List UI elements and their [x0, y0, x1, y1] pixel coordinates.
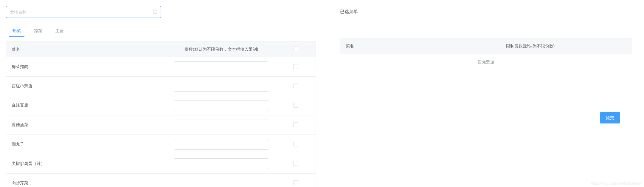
row-checkbox[interactable] [293, 161, 298, 166]
row-checkbox[interactable] [293, 180, 298, 185]
dish-name-cell: 溜丸子 [6, 135, 167, 154]
search-input[interactable] [6, 6, 161, 18]
tab-hot-dish[interactable]: 热菜 [6, 25, 27, 37]
table-row: 西红柿鸡蛋 [6, 77, 316, 96]
row-checkbox[interactable] [293, 142, 298, 146]
quantity-input[interactable] [174, 158, 269, 169]
quantity-input[interactable] [174, 100, 269, 111]
dish-table: 菜名 份数(默认为不限份数，文本框输入限制) 梅菜扣肉 西红柿鸡蛋 麻辣豆腐 [6, 41, 316, 187]
header-select-all [275, 42, 316, 57]
submit-wrap: 提交 [340, 112, 632, 123]
row-checkbox[interactable] [293, 122, 298, 127]
quantity-input[interactable] [174, 178, 269, 187]
select-all-checkbox[interactable] [293, 47, 298, 51]
header-dish-name: 菜名 [6, 42, 167, 57]
quantity-input[interactable] [174, 61, 269, 72]
dish-name-cell: 肉炒芹菜 [6, 174, 167, 187]
quantity-input[interactable] [174, 139, 269, 150]
dish-name-cell: 梅菜扣肉 [6, 57, 167, 77]
dish-name-cell: 麻辣豆腐 [6, 96, 167, 115]
selected-table: 菜名 限制份数(默认为不限份数) 暂无数据 [340, 38, 632, 70]
empty-text: 暂无数据 [340, 54, 632, 70]
empty-row: 暂无数据 [340, 54, 632, 70]
table-row: 麻辣豆腐 [6, 96, 316, 115]
header-selected-limit: 限制份数(默认为不限份数) [501, 39, 632, 54]
submit-button[interactable]: 提交 [600, 112, 620, 123]
row-checkbox[interactable] [293, 84, 298, 88]
row-checkbox[interactable] [293, 103, 298, 108]
quantity-input[interactable] [174, 81, 269, 92]
tab-staple-food[interactable]: 主食 [49, 25, 70, 37]
table-row: 溜丸子 [6, 135, 316, 154]
search-icon [153, 9, 158, 15]
row-checkbox[interactable] [293, 64, 298, 69]
quantity-input[interactable] [174, 120, 269, 130]
dish-name-cell: 尖椒炒鸡蛋（辣） [6, 154, 167, 174]
table-row: 尖椒炒鸡蛋（辣） [6, 154, 316, 174]
table-row: 香菇油菜 [6, 115, 316, 135]
dish-table-body: 梅菜扣肉 西红柿鸡蛋 麻辣豆腐 香菇油菜 溜丸子 [6, 57, 316, 187]
header-quantity: 份数(默认为不限份数，文本框输入限制) [167, 42, 276, 57]
food-selection-panel: 热菜 凉菜 主食 菜名 份数(默认为不限份数，文本框输入限制) 梅菜扣肉 西红柿… [0, 0, 322, 187]
tab-cold-dish[interactable]: 凉菜 [27, 25, 49, 37]
table-row: 肉炒芹菜 [6, 174, 316, 187]
table-row: 梅菜扣肉 [6, 57, 316, 77]
dish-name-cell: 香菇油菜 [6, 115, 167, 135]
category-tabs: 热菜 凉菜 主食 [6, 25, 316, 37]
selected-menu-panel: 已选菜单 菜名 限制份数(默认为不限份数) 暂无数据 提交 [322, 0, 644, 187]
dish-name-cell: 西红柿鸡蛋 [6, 77, 167, 96]
watermark: https://blog.csdn.net/Mabanana [591, 181, 641, 186]
header-selected-name: 菜名 [340, 39, 501, 54]
selected-title: 已选菜单 [340, 6, 632, 18]
search-wrap [6, 6, 161, 18]
